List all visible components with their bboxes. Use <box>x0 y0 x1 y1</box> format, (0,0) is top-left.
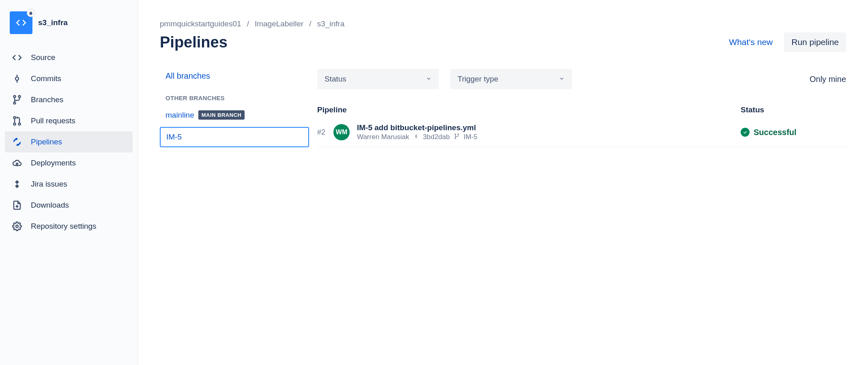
sidebar-label: Jira issues <box>31 180 67 189</box>
status-dropdown[interactable]: Status <box>317 69 439 89</box>
commit-icon <box>413 133 419 141</box>
chevron-down-icon <box>426 75 432 84</box>
run-title: IM-5 add bitbucket-pipelines.yml <box>357 123 741 132</box>
check-circle-icon <box>741 128 750 137</box>
repo-icon <box>10 11 32 34</box>
sidebar-item-pipelines[interactable]: Pipelines <box>5 131 133 152</box>
table-header: Pipeline Status <box>317 105 846 118</box>
sidebar-label: Source <box>31 53 55 62</box>
header-actions: What's new Run pipeline <box>729 32 846 52</box>
sidebar-item-jira-issues[interactable]: Jira issues <box>5 174 133 195</box>
svg-point-16 <box>458 134 458 135</box>
main-branch-badge: MAIN BRANCH <box>198 110 245 120</box>
gear-icon <box>12 221 22 231</box>
svg-point-15 <box>455 134 455 135</box>
svg-point-0 <box>15 77 19 80</box>
breadcrumb-item[interactable]: ImageLabeller <box>255 19 303 28</box>
sidebar-item-branches[interactable]: Branches <box>5 89 133 110</box>
col-status: Status <box>741 105 846 114</box>
commit-icon <box>12 74 22 84</box>
avatar: WM <box>333 124 350 140</box>
sidebar-label: Repository settings <box>31 222 97 231</box>
svg-point-5 <box>14 102 16 104</box>
sidebar-label: Pull requests <box>31 116 75 125</box>
sidebar-item-commits[interactable]: Commits <box>5 68 133 89</box>
breadcrumb-item[interactable]: pmmquickstartguides01 <box>160 19 241 28</box>
breadcrumb: pmmquickstartguides01 / ImageLabeller / … <box>160 19 846 28</box>
svg-point-17 <box>455 138 455 139</box>
status-cell: Successful <box>741 128 846 137</box>
run-meta: Warren Marusiak 3bd2dab IM-5 <box>357 133 741 141</box>
branches-panel: All branches OTHER BRANCHES mainline MAI… <box>160 69 317 147</box>
svg-point-8 <box>19 123 21 125</box>
repo-header[interactable]: s3_infra <box>5 10 133 42</box>
sidebar-item-downloads[interactable]: Downloads <box>5 195 133 216</box>
sidebar-item-source[interactable]: Source <box>5 47 133 68</box>
svg-point-3 <box>14 96 16 98</box>
run-pipeline-button[interactable]: Run pipeline <box>784 32 846 52</box>
controls-top: Status Trigger type Only mine <box>317 69 846 89</box>
run-info: IM-5 add bitbucket-pipelines.yml Warren … <box>357 123 741 141</box>
sidebar: s3_infra Source Commits Branches Pull re… <box>0 0 138 365</box>
download-icon <box>12 200 22 210</box>
run-branch: IM-5 <box>464 133 477 141</box>
jira-icon <box>12 179 22 189</box>
run-author: Warren Marusiak <box>357 133 409 141</box>
col-pipeline: Pipeline <box>317 105 741 114</box>
only-mine-toggle[interactable]: Only mine <box>810 75 846 84</box>
branch-icon <box>454 133 460 141</box>
repo-name: s3_infra <box>38 18 68 27</box>
whats-new-link[interactable]: What's new <box>729 37 773 47</box>
run-commit: 3bd2dab <box>423 133 450 141</box>
branch-icon <box>12 95 22 105</box>
status-label: Status <box>324 75 346 84</box>
lock-icon <box>27 9 35 17</box>
svg-point-4 <box>19 96 21 98</box>
sidebar-item-deployments[interactable]: Deployments <box>5 152 133 174</box>
cloud-upload-icon <box>12 158 22 168</box>
all-branches-link[interactable]: All branches <box>160 69 309 83</box>
sidebar-item-repo-settings[interactable]: Repository settings <box>5 216 133 237</box>
status-text: Successful <box>754 128 797 137</box>
sidebar-label: Commits <box>31 74 61 83</box>
filters-row: All branches OTHER BRANCHES mainline MAI… <box>160 69 846 147</box>
trigger-label: Trigger type <box>458 75 498 84</box>
chevron-down-icon <box>559 75 565 84</box>
svg-point-11 <box>16 225 18 228</box>
svg-point-6 <box>14 117 16 119</box>
main-content: pmmquickstartguides01 / ImageLabeller / … <box>138 0 868 365</box>
trigger-type-dropdown[interactable]: Trigger type <box>450 69 572 89</box>
sidebar-item-pull-requests[interactable]: Pull requests <box>5 110 133 131</box>
nav-list: Source Commits Branches Pull requests Pi… <box>5 47 133 237</box>
pipeline-row[interactable]: #2 WM IM-5 add bitbucket-pipelines.yml W… <box>317 118 846 147</box>
pull-request-icon <box>12 116 22 126</box>
run-number: #2 <box>317 128 333 137</box>
code-icon <box>12 53 22 62</box>
other-branches-label: OTHER BRANCHES <box>160 94 309 101</box>
sidebar-label: Pipelines <box>31 137 62 146</box>
pipelines-icon <box>12 137 22 147</box>
page-title: Pipelines <box>160 34 228 51</box>
right-controls: Status Trigger type Only mine Pipeline S… <box>317 69 846 147</box>
branch-link[interactable]: mainline <box>165 111 194 120</box>
sidebar-label: Branches <box>31 95 63 104</box>
page-header: Pipelines What's new Run pipeline <box>160 32 846 52</box>
branch-im5[interactable]: IM-5 <box>160 127 309 147</box>
svg-point-7 <box>14 123 16 125</box>
branch-link[interactable]: IM-5 <box>166 133 182 142</box>
sidebar-label: Downloads <box>31 201 69 210</box>
branch-mainline[interactable]: mainline MAIN BRANCH <box>160 105 309 125</box>
sidebar-label: Deployments <box>31 159 76 167</box>
svg-point-12 <box>415 135 417 137</box>
breadcrumb-item[interactable]: s3_infra <box>317 19 345 28</box>
